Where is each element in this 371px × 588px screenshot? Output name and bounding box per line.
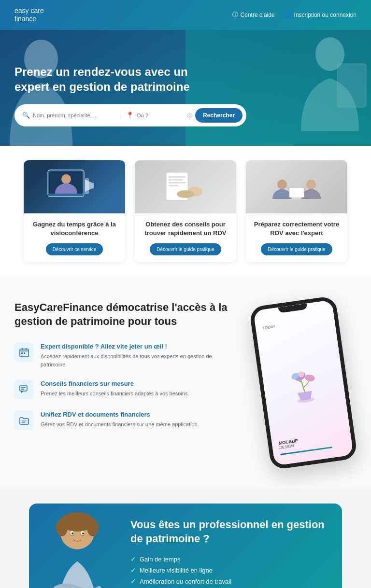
hero-title: Prenez un rendez-vous avec un expert en …	[14, 64, 217, 94]
feature-advice-text: Conseils financiers sur mesure Prenez le…	[41, 380, 189, 398]
meeting-illustration	[268, 168, 326, 206]
svg-point-14	[177, 190, 194, 198]
card-docs: Obtenez des conseils pour trouver rapide…	[135, 160, 236, 262]
feature-advice-desc: Prenez les meilleurs conseils financiers…	[41, 390, 189, 398]
svg-point-17	[277, 180, 287, 189]
card-video: Gagnez du temps grâce à la visioconféren…	[24, 160, 125, 262]
feature-docs-desc: Gérez vos RDV et documents financiers su…	[41, 420, 199, 429]
cta-person-area	[29, 504, 126, 588]
login-link[interactable]: 👤 Inscription ou connexion	[285, 12, 357, 18]
folder-svg	[19, 415, 29, 426]
hero-section: Prenez un rendez-vous avec un expert en …	[0, 30, 371, 146]
search-input[interactable]	[33, 112, 114, 118]
svg-rect-19	[289, 188, 304, 197]
login-link-label: Inscription ou connexion	[294, 12, 357, 18]
phone-plant-svg	[281, 358, 326, 406]
phone-illustration	[263, 326, 343, 439]
features-right: TODAY	[250, 301, 357, 465]
card-meeting-title: Préparez correctement votre RDV avec l'e…	[253, 220, 341, 238]
cards-section: Gagnez du temps grâce à la visioconféren…	[0, 146, 371, 277]
header-top: easy care finance ⓘ Centre d'aide 👤 Insc…	[0, 0, 371, 30]
card-meeting-button[interactable]: Découvrir le guide pratique	[261, 243, 332, 255]
svg-rect-7	[85, 178, 89, 194]
svg-rect-11	[169, 182, 186, 183]
card-meeting-image	[246, 160, 347, 213]
svg-point-39	[56, 519, 68, 536]
card-docs-image	[135, 160, 236, 213]
feature-item-docs: Unifiez RDV et documents financiers Gére…	[14, 411, 231, 430]
feature-calendar-desc: Accédez rapidement aux disponibilités de…	[41, 352, 231, 368]
svg-rect-25	[24, 352, 25, 354]
user-icon: 👤	[285, 12, 292, 18]
feature-advice-title: Conseils financiers sur mesure	[41, 380, 189, 387]
hero-content: Prenez un rendez-vous avec un expert en …	[14, 64, 357, 126]
svg-point-40	[87, 519, 99, 536]
feature-docs-text: Unifiez RDV et documents financiers Gére…	[41, 411, 199, 429]
card-video-button[interactable]: Découvrir ce service	[46, 243, 103, 255]
card-meeting: Préparez correctement votre RDV avec l'e…	[246, 160, 347, 262]
cta-list-item-1: Meilleure visibilité en ligne	[130, 567, 328, 574]
gps-icon: ◎	[187, 112, 192, 119]
cta-person-svg	[29, 504, 126, 588]
features-left: EasyCareFinance démocatrise l'accès à la…	[14, 301, 231, 442]
phone-mockup: TODAY	[249, 295, 358, 470]
location-field: 📍	[120, 112, 187, 119]
svg-rect-10	[169, 179, 183, 181]
search-button[interactable]: Rechercher	[195, 108, 243, 123]
feature-advice-icon	[14, 380, 34, 399]
cta-title: Vous êtes un professionnel en gestion de…	[130, 518, 328, 546]
location-input[interactable]	[137, 112, 181, 118]
search-bar: 🔍 📍 ◎ Rechercher	[14, 104, 246, 126]
cta-list-item-2: Amélioration du confort de travail	[130, 578, 328, 585]
svg-rect-12	[169, 185, 178, 186]
calendar-svg	[19, 347, 29, 358]
cta-list: Gain de tempsMeilleure visibilité en lig…	[130, 556, 328, 588]
search-field: 🔍	[22, 112, 120, 119]
cta-content: Vous êtes un professionnel en gestion de…	[126, 504, 342, 588]
svg-point-46	[82, 532, 84, 534]
feature-calendar-text: Expert disponible ? Allez vite jeter un …	[41, 343, 231, 368]
header: easy care finance ⓘ Centre d'aide 👤 Insc…	[0, 0, 371, 146]
header-nav: ⓘ Centre d'aide 👤 Inscription ou connexi…	[232, 11, 357, 19]
cta-list-item-0: Gain de temps	[130, 556, 328, 563]
help-link-label: Centre d'aide	[241, 12, 275, 18]
help-icon: ⓘ	[232, 11, 238, 19]
chat-svg	[19, 384, 29, 395]
card-video-body: Gagnez du temps grâce à la visioconféren…	[24, 213, 125, 262]
feature-docs-icon	[14, 411, 34, 430]
svg-rect-26	[20, 386, 27, 391]
phone-screen: TODAY	[253, 300, 353, 466]
card-video-image	[24, 160, 125, 213]
cta-wrapper: Vous êtes un professionnel en gestion de…	[0, 489, 371, 588]
feature-docs-title: Unifiez RDV et documents financiers	[41, 411, 199, 418]
help-link[interactable]: ⓘ Centre d'aide	[232, 11, 275, 19]
svg-point-45	[71, 532, 73, 534]
video-illustration	[45, 168, 103, 206]
docs-illustration	[157, 168, 214, 206]
svg-rect-24	[21, 352, 23, 354]
feature-calendar-icon	[14, 343, 34, 362]
card-meeting-body: Préparez correctement votre RDV avec l'e…	[246, 213, 347, 262]
feature-item-calendar: Expert disponible ? Allez vite jeter un …	[14, 343, 231, 368]
phone-date: TODAY	[262, 324, 276, 331]
cta-section: Vous êtes un professionnel en gestion de…	[29, 504, 342, 588]
svg-point-5	[61, 174, 71, 184]
logo: easy care finance	[14, 7, 44, 23]
location-icon: 📍	[126, 112, 134, 119]
feature-item-advice: Conseils financiers sur mesure Prenez le…	[14, 380, 231, 399]
card-video-title: Gagnez du temps grâce à la visioconféren…	[30, 220, 118, 238]
card-docs-button[interactable]: Découvrir le guide pratique	[150, 243, 221, 255]
features-section: EasyCareFinance démocatrise l'accès à la…	[0, 277, 371, 489]
feature-calendar-title: Expert disponible ? Allez vite jeter un …	[41, 343, 231, 350]
svg-point-18	[306, 180, 316, 189]
logo-line1: easy care	[14, 7, 44, 15]
search-icon: 🔍	[22, 112, 30, 119]
card-docs-body: Obtenez des conseils pour trouver rapide…	[135, 213, 236, 262]
features-title: EasyCareFinance démocatrise l'accès à la…	[14, 301, 231, 328]
card-docs-title: Obtenez des conseils pour trouver rapide…	[142, 220, 229, 238]
logo-line2: finance	[14, 15, 44, 23]
svg-rect-9	[169, 176, 186, 178]
